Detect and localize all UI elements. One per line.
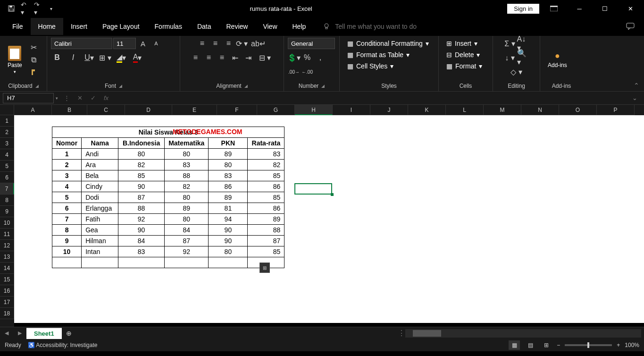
decrease-font-icon[interactable]: A (150, 38, 162, 49)
select-all-corner[interactable] (0, 105, 14, 115)
row-header-5[interactable]: 5 (0, 161, 14, 172)
decrease-indent-icon[interactable]: ⇤ (229, 52, 242, 63)
cells-area[interactable]: METODEGAMES.COM Nilai Siswa Kelas 3 Nomo… (14, 115, 644, 327)
row-header-18[interactable]: 18 (0, 308, 14, 319)
increase-font-icon[interactable]: A (137, 38, 149, 49)
merge-icon[interactable]: ⊟ ▾ (256, 52, 275, 63)
comma-icon[interactable]: , (314, 52, 326, 63)
alignment-dialog-launcher[interactable]: ◢ (244, 84, 248, 88)
increase-decimal-icon[interactable]: .00→ (288, 66, 300, 77)
zoom-slider[interactable] (565, 344, 612, 346)
quick-analysis-icon[interactable]: ⊞ (259, 263, 270, 273)
number-dialog-launcher[interactable]: ◢ (321, 84, 325, 88)
menu-formulas[interactable]: Formulas (147, 18, 190, 35)
menu-view[interactable]: View (255, 18, 284, 35)
collapse-ribbon-icon[interactable]: ⌃ (634, 82, 639, 89)
qat-customize-icon[interactable]: ▾ (47, 5, 55, 12)
row-header-1[interactable]: 1 (0, 115, 14, 127)
col-header-N[interactable]: N (521, 105, 559, 115)
col-header-A[interactable]: A (14, 105, 52, 115)
font-name-select[interactable] (51, 38, 112, 49)
menu-home[interactable]: Home (31, 18, 63, 35)
clipboard-dialog-launcher[interactable]: ◢ (35, 84, 39, 88)
increase-indent-icon[interactable]: ⇥ (243, 52, 255, 63)
menu-file[interactable]: File (5, 18, 31, 35)
close-icon[interactable]: ✕ (619, 0, 641, 17)
row-header-13[interactable]: 13 (0, 251, 14, 263)
sort-filter-icon[interactable]: A↓ ▾ (517, 38, 529, 49)
clear-icon[interactable]: ◇ ▾ (510, 66, 523, 77)
fx-icon[interactable]: fx (100, 92, 113, 105)
percent-icon[interactable]: % (301, 52, 313, 63)
save-icon[interactable] (8, 5, 15, 12)
col-header-G[interactable]: G (257, 105, 295, 115)
col-header-O[interactable]: O (559, 105, 597, 115)
col-header-B[interactable]: B (52, 105, 87, 115)
underline-button[interactable]: U ▾ (83, 52, 95, 63)
expand-formula-bar-icon[interactable]: ⌄ (628, 92, 641, 105)
number-format-select[interactable] (288, 38, 335, 49)
accessibility-status[interactable]: ♿ Accessibility: Investigate (28, 342, 98, 348)
insert-cells-button[interactable]: ⊞Insert ▾ (443, 38, 481, 49)
enter-formula-icon[interactable]: ✓ (86, 92, 100, 105)
add-sheet-icon[interactable]: ⊕ (62, 330, 76, 337)
zoom-level[interactable]: 100% (625, 342, 639, 348)
find-icon[interactable]: 🔍 ▾ (517, 52, 529, 63)
copy-icon[interactable]: ⧉ (28, 54, 40, 66)
minimize-icon[interactable]: ─ (569, 0, 590, 17)
align-top-icon[interactable]: ≡ (196, 38, 209, 49)
zoom-out-icon[interactable]: − (557, 342, 560, 348)
scroll-separator[interactable]: ⋮ (398, 329, 402, 338)
ribbon-display-icon[interactable] (543, 0, 565, 17)
orientation-icon[interactable]: ⟳ ▾ (236, 38, 248, 49)
row-header-15[interactable]: 15 (0, 274, 14, 285)
comments-icon[interactable] (626, 23, 635, 30)
sheet-tab-active[interactable]: Sheet1 (26, 328, 62, 339)
menu-review[interactable]: Review (219, 18, 256, 35)
row-header-6[interactable]: 6 (0, 172, 14, 183)
row-header-17[interactable]: 17 (0, 297, 14, 308)
addins-button[interactable]: ● Add-ins (544, 49, 571, 70)
font-size-select[interactable] (113, 38, 136, 49)
row-header-8[interactable]: 8 (0, 195, 14, 206)
page-layout-view-icon[interactable]: ▤ (525, 340, 536, 350)
horizontal-scrollbar[interactable] (405, 329, 641, 338)
align-center-icon[interactable]: ≡ (203, 52, 215, 63)
col-header-F[interactable]: F (217, 105, 257, 115)
redo-icon[interactable]: ↷ ▾ (34, 5, 42, 12)
cancel-formula-icon[interactable]: ✕ (73, 92, 86, 105)
page-break-view-icon[interactable]: ⊞ (541, 340, 552, 350)
normal-view-icon[interactable]: ▦ (509, 340, 520, 350)
name-box[interactable] (3, 93, 54, 103)
currency-icon[interactable]: 💲▾ (288, 52, 300, 63)
col-header-C[interactable]: C (87, 105, 125, 115)
font-color-icon[interactable]: A ▾ (131, 52, 143, 63)
align-left-icon[interactable]: ≡ (190, 52, 202, 63)
fill-handle[interactable] (331, 193, 334, 196)
row-header-2[interactable]: 2 (0, 127, 14, 138)
align-middle-icon[interactable]: ≡ (209, 38, 222, 49)
fill-color-icon[interactable]: ◢ ▾ (115, 52, 127, 63)
row-header-4[interactable]: 4 (0, 149, 14, 161)
cell-styles-button[interactable]: ▦Cell Styles ▾ (343, 60, 397, 72)
format-painter-icon[interactable] (28, 67, 40, 78)
bold-button[interactable]: B (51, 52, 63, 63)
autosum-icon[interactable]: Σ ▾ (504, 38, 516, 49)
align-right-icon[interactable]: ≡ (216, 52, 228, 63)
conditional-formatting-button[interactable]: ▦Conditional Formatting ▾ (343, 38, 433, 49)
zoom-in-icon[interactable]: + (617, 342, 620, 348)
font-dialog-launcher[interactable]: ◢ (119, 84, 122, 88)
col-header-H[interactable]: H (295, 105, 333, 115)
row-header-11[interactable]: 11 (0, 229, 14, 240)
col-header-P[interactable]: P (597, 105, 635, 115)
col-header-I[interactable]: I (333, 105, 370, 115)
col-header-L[interactable]: L (446, 105, 484, 115)
italic-button[interactable]: I (67, 52, 79, 63)
col-header-M[interactable]: M (484, 105, 521, 115)
col-header-D[interactable]: D (125, 105, 172, 115)
row-header-14[interactable]: 14 (0, 263, 14, 274)
tell-me-input[interactable] (335, 23, 448, 30)
decrease-decimal-icon[interactable]: ←.00 (301, 66, 313, 77)
row-header-10[interactable]: 10 (0, 217, 14, 229)
cut-icon[interactable]: ✂ (28, 42, 40, 53)
